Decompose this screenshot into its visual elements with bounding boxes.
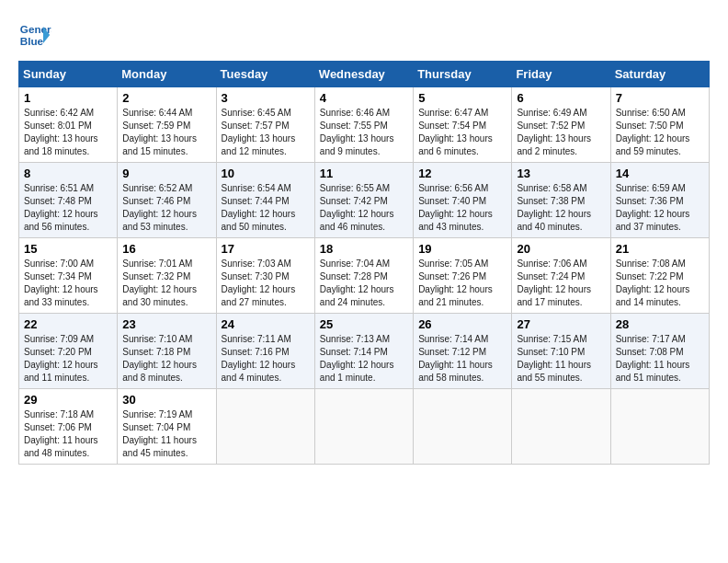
day-info: Sunrise: 6:45 AM Sunset: 7:57 PM Dayligh… xyxy=(222,107,310,158)
day-number: 11 xyxy=(320,167,408,180)
day-number: 3 xyxy=(222,91,310,105)
day-number: 4 xyxy=(320,91,408,105)
day-info: Sunrise: 6:50 AM Sunset: 7:50 PM Dayligh… xyxy=(616,107,704,158)
weekday-header-monday: Monday xyxy=(118,62,216,87)
calendar-cell: 20Sunrise: 7:06 AM Sunset: 7:24 PM Dayli… xyxy=(512,238,610,314)
day-number: 7 xyxy=(616,91,704,105)
day-info: Sunrise: 7:00 AM Sunset: 7:34 PM Dayligh… xyxy=(24,258,112,309)
day-number: 17 xyxy=(222,242,310,256)
day-info: Sunrise: 7:08 AM Sunset: 7:22 PM Dayligh… xyxy=(616,258,704,309)
day-info: Sunrise: 6:59 AM Sunset: 7:36 PM Dayligh… xyxy=(616,182,704,234)
calendar-cell: 15Sunrise: 7:00 AM Sunset: 7:34 PM Dayli… xyxy=(19,238,118,314)
day-info: Sunrise: 7:11 AM Sunset: 7:16 PM Dayligh… xyxy=(222,333,310,385)
day-number: 26 xyxy=(418,317,506,331)
calendar-cell: 14Sunrise: 6:59 AM Sunset: 7:36 PM Dayli… xyxy=(610,163,709,238)
day-info: Sunrise: 7:03 AM Sunset: 7:30 PM Dayligh… xyxy=(222,258,310,309)
logo: General Blue xyxy=(18,18,51,52)
day-info: Sunrise: 6:58 AM Sunset: 7:38 PM Dayligh… xyxy=(517,182,605,234)
calendar-cell: 4Sunrise: 6:46 AM Sunset: 7:55 PM Daylig… xyxy=(314,87,413,163)
calendar-cell: 12Sunrise: 6:56 AM Sunset: 7:40 PM Dayli… xyxy=(414,163,512,238)
day-info: Sunrise: 6:55 AM Sunset: 7:42 PM Dayligh… xyxy=(320,182,408,234)
day-info: Sunrise: 7:09 AM Sunset: 7:20 PM Dayligh… xyxy=(24,333,112,385)
weekday-header-sunday: Sunday xyxy=(19,62,118,87)
calendar-cell: 13Sunrise: 6:58 AM Sunset: 7:38 PM Dayli… xyxy=(512,163,610,238)
calendar-cell: 21Sunrise: 7:08 AM Sunset: 7:22 PM Dayli… xyxy=(610,238,709,314)
day-number: 10 xyxy=(222,167,310,180)
day-info: Sunrise: 6:52 AM Sunset: 7:46 PM Dayligh… xyxy=(122,182,210,234)
day-number: 30 xyxy=(122,393,210,407)
calendar-cell: 28Sunrise: 7:17 AM Sunset: 7:08 PM Dayli… xyxy=(610,314,709,389)
day-info: Sunrise: 6:44 AM Sunset: 7:59 PM Dayligh… xyxy=(122,107,210,158)
day-number: 2 xyxy=(122,91,210,105)
day-info: Sunrise: 7:18 AM Sunset: 7:06 PM Dayligh… xyxy=(24,408,112,460)
calendar-cell: 24Sunrise: 7:11 AM Sunset: 7:16 PM Dayli… xyxy=(216,314,314,389)
day-number: 20 xyxy=(517,242,605,256)
calendar-cell: 7Sunrise: 6:50 AM Sunset: 7:50 PM Daylig… xyxy=(610,87,709,163)
day-number: 8 xyxy=(24,167,112,180)
calendar-cell: 27Sunrise: 7:15 AM Sunset: 7:10 PM Dayli… xyxy=(512,314,610,389)
day-number: 16 xyxy=(122,242,210,256)
calendar-cell: 3Sunrise: 6:45 AM Sunset: 7:57 PM Daylig… xyxy=(216,87,314,163)
day-info: Sunrise: 6:49 AM Sunset: 7:52 PM Dayligh… xyxy=(517,107,605,158)
calendar-cell: 6Sunrise: 6:49 AM Sunset: 7:52 PM Daylig… xyxy=(512,87,610,163)
calendar-cell: 17Sunrise: 7:03 AM Sunset: 7:30 PM Dayli… xyxy=(216,238,314,314)
day-info: Sunrise: 6:54 AM Sunset: 7:44 PM Dayligh… xyxy=(222,182,310,234)
calendar-cell: 1Sunrise: 6:42 AM Sunset: 8:01 PM Daylig… xyxy=(19,87,118,163)
day-number: 1 xyxy=(24,91,112,105)
calendar-cell: 16Sunrise: 7:01 AM Sunset: 7:32 PM Dayli… xyxy=(118,238,216,314)
day-info: Sunrise: 7:15 AM Sunset: 7:10 PM Dayligh… xyxy=(517,333,605,385)
day-info: Sunrise: 7:01 AM Sunset: 7:32 PM Dayligh… xyxy=(122,258,210,309)
calendar-cell: 19Sunrise: 7:05 AM Sunset: 7:26 PM Dayli… xyxy=(414,238,512,314)
day-number: 12 xyxy=(418,167,506,180)
day-number: 28 xyxy=(616,317,704,331)
calendar-cell: 25Sunrise: 7:13 AM Sunset: 7:14 PM Dayli… xyxy=(314,314,413,389)
calendar-cell xyxy=(610,389,709,465)
day-info: Sunrise: 7:10 AM Sunset: 7:18 PM Dayligh… xyxy=(122,333,210,385)
day-number: 25 xyxy=(320,317,408,331)
weekday-header-saturday: Saturday xyxy=(610,62,709,87)
day-number: 21 xyxy=(616,242,704,256)
day-info: Sunrise: 7:05 AM Sunset: 7:26 PM Dayligh… xyxy=(418,258,506,309)
calendar-cell: 10Sunrise: 6:54 AM Sunset: 7:44 PM Dayli… xyxy=(216,163,314,238)
day-number: 15 xyxy=(24,242,112,256)
calendar-cell: 30Sunrise: 7:19 AM Sunset: 7:04 PM Dayli… xyxy=(118,389,216,465)
calendar-cell xyxy=(414,389,512,465)
page-header: General Blue xyxy=(18,18,710,52)
calendar-cell: 11Sunrise: 6:55 AM Sunset: 7:42 PM Dayli… xyxy=(314,163,413,238)
calendar-cell xyxy=(216,389,314,465)
day-info: Sunrise: 7:06 AM Sunset: 7:24 PM Dayligh… xyxy=(517,258,605,309)
day-info: Sunrise: 6:47 AM Sunset: 7:54 PM Dayligh… xyxy=(418,107,506,158)
day-number: 27 xyxy=(517,317,605,331)
calendar-cell: 26Sunrise: 7:14 AM Sunset: 7:12 PM Dayli… xyxy=(414,314,512,389)
weekday-header-thursday: Thursday xyxy=(414,62,512,87)
day-number: 22 xyxy=(24,317,112,331)
day-info: Sunrise: 6:46 AM Sunset: 7:55 PM Dayligh… xyxy=(320,107,408,158)
svg-text:Blue: Blue xyxy=(20,35,44,47)
calendar-cell: 18Sunrise: 7:04 AM Sunset: 7:28 PM Dayli… xyxy=(314,238,413,314)
day-number: 13 xyxy=(517,167,605,180)
weekday-header-tuesday: Tuesday xyxy=(216,62,314,87)
calendar-cell xyxy=(512,389,610,465)
day-info: Sunrise: 7:14 AM Sunset: 7:12 PM Dayligh… xyxy=(418,333,506,385)
weekday-header-friday: Friday xyxy=(512,62,610,87)
weekday-header-wednesday: Wednesday xyxy=(314,62,413,87)
calendar-cell xyxy=(314,389,413,465)
day-number: 14 xyxy=(616,167,704,180)
day-info: Sunrise: 6:51 AM Sunset: 7:48 PM Dayligh… xyxy=(24,182,112,234)
day-number: 6 xyxy=(517,91,605,105)
day-number: 5 xyxy=(418,91,506,105)
calendar-cell: 22Sunrise: 7:09 AM Sunset: 7:20 PM Dayli… xyxy=(19,314,118,389)
calendar-cell: 8Sunrise: 6:51 AM Sunset: 7:48 PM Daylig… xyxy=(19,163,118,238)
calendar-cell: 2Sunrise: 6:44 AM Sunset: 7:59 PM Daylig… xyxy=(118,87,216,163)
calendar-cell: 23Sunrise: 7:10 AM Sunset: 7:18 PM Dayli… xyxy=(118,314,216,389)
day-number: 23 xyxy=(122,317,210,331)
day-info: Sunrise: 6:56 AM Sunset: 7:40 PM Dayligh… xyxy=(418,182,506,234)
calendar-cell: 9Sunrise: 6:52 AM Sunset: 7:46 PM Daylig… xyxy=(118,163,216,238)
calendar-table: SundayMondayTuesdayWednesdayThursdayFrid… xyxy=(18,61,710,465)
day-info: Sunrise: 7:19 AM Sunset: 7:04 PM Dayligh… xyxy=(122,408,210,460)
day-number: 24 xyxy=(222,317,310,331)
day-number: 9 xyxy=(122,167,210,180)
day-info: Sunrise: 6:42 AM Sunset: 8:01 PM Dayligh… xyxy=(24,107,112,158)
calendar-cell: 5Sunrise: 6:47 AM Sunset: 7:54 PM Daylig… xyxy=(414,87,512,163)
day-number: 18 xyxy=(320,242,408,256)
